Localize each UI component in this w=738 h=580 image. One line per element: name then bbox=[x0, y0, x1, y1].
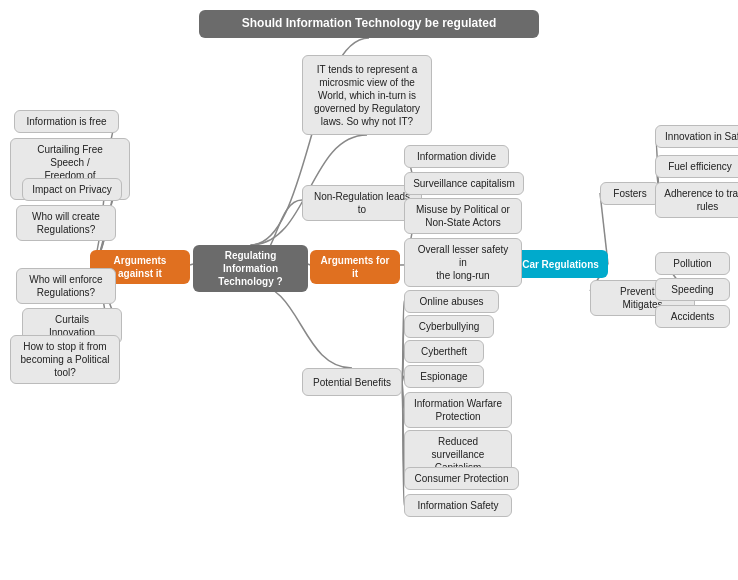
node-info_warfare: Information WarfareProtection bbox=[404, 392, 512, 428]
node-who_create: Who will createRegulations? bbox=[16, 205, 116, 241]
node-political_tool: How to stop it frombecoming a Politicalt… bbox=[10, 335, 120, 384]
node-fuel_eff: Fuel efficiency bbox=[655, 155, 738, 178]
node-for: Arguments for it bbox=[310, 250, 400, 284]
mindmap-canvas: Should Information Technology be regulat… bbox=[0, 0, 738, 580]
node-lesser_safety: Overall lesser safety inthe long-run bbox=[404, 238, 522, 287]
node-car: Car Regulations bbox=[513, 250, 608, 278]
node-accidents: Accidents bbox=[655, 305, 730, 328]
node-online_abuses: Online abuses bbox=[404, 290, 499, 313]
node-it_desc: IT tends to represent amicrosmic view of… bbox=[302, 55, 432, 135]
node-speeding: Speeding bbox=[655, 278, 730, 301]
node-surv_cap: Surveillance capitalism bbox=[404, 172, 524, 195]
node-innovation_safety: Innovation in Safety bbox=[655, 125, 738, 148]
node-adherence: Adherence to trafficrules bbox=[655, 182, 738, 218]
node-fosters: Fosters bbox=[600, 182, 660, 205]
node-info_free: Information is free bbox=[14, 110, 119, 133]
node-espionage: Espionage bbox=[404, 365, 484, 388]
node-center: Regulating InformationTechnology ? bbox=[193, 245, 308, 292]
node-misuse: Misuse by Political orNon-State Actors bbox=[404, 198, 522, 234]
node-consumer_prot: Consumer Protection bbox=[404, 467, 519, 490]
node-cybertheft: Cybertheft bbox=[404, 340, 484, 363]
node-info_divide: Information divide bbox=[404, 145, 509, 168]
node-who_enforce: Who will enforceRegulations? bbox=[16, 268, 116, 304]
node-cyberbully: Cyberbullying bbox=[404, 315, 494, 338]
node-title: Should Information Technology be regulat… bbox=[199, 10, 539, 38]
node-info_safety: Information Safety bbox=[404, 494, 512, 517]
node-potential: Potential Benefits bbox=[302, 368, 402, 396]
node-impact_priv: Impact on Privacy bbox=[22, 178, 122, 201]
node-pollution: Pollution bbox=[655, 252, 730, 275]
